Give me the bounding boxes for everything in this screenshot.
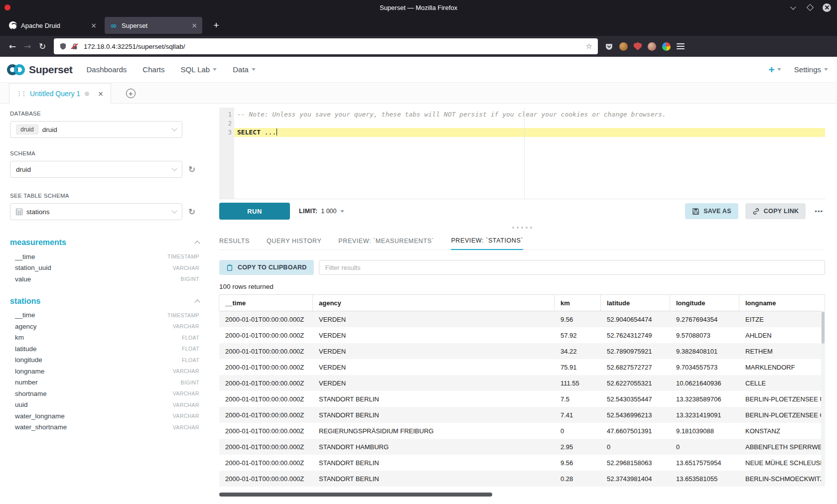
table-horizontal-scrollbar[interactable] (219, 493, 825, 497)
nav-charts[interactable]: Charts (142, 65, 164, 74)
column-type: FLOAT (182, 346, 199, 352)
table-cell: 52.5430355447 (601, 391, 670, 407)
run-button[interactable]: RUN (219, 203, 290, 220)
ublock-extension-icon[interactable] (634, 42, 642, 50)
tab-close-icon[interactable]: × (91, 21, 97, 29)
table-header-cell[interactable]: __time (219, 295, 313, 311)
extension-icon[interactable] (648, 42, 656, 51)
tab-query-history[interactable]: QUERY HISTORY (267, 238, 321, 250)
new-item-button[interactable]: + (769, 64, 781, 75)
new-tab-button[interactable]: + (209, 18, 223, 32)
refresh-schema-icon[interactable]: ↻ (188, 165, 195, 174)
table-schema-header[interactable]: stations (10, 297, 199, 306)
superset-logo[interactable]: Superset (6, 63, 72, 76)
table-cell: 52.7890975921 (601, 343, 670, 359)
table-name[interactable]: stations (10, 297, 40, 306)
nav-sql-lab[interactable]: SQL Lab (181, 65, 217, 74)
menu-icon[interactable] (677, 43, 685, 49)
table-select[interactable]: stations (10, 203, 182, 220)
table-name[interactable]: measurements (10, 238, 66, 247)
window-title: Superset — Mozilla Firefox (380, 4, 457, 11)
table-header-cell[interactable]: km (554, 295, 601, 311)
column-row: water_shortnameVARCHAR (10, 422, 199, 433)
reload-button[interactable]: ↻ (35, 39, 50, 54)
window-titlebar: Superset — Mozilla Firefox (0, 0, 837, 15)
table-header-cell[interactable]: agency (312, 295, 555, 311)
database-select[interactable]: druid druid (10, 121, 182, 138)
toolbar-extensions (605, 42, 685, 51)
tab-preview-measurements[interactable]: PREVIEW: `MEASUREMENTS` (338, 238, 434, 250)
query-tab-title: Untitled Query 1 (30, 90, 80, 98)
column-type: VARCHAR (173, 390, 199, 396)
table-header-cell[interactable]: latitude (600, 295, 670, 311)
table-cell: 7.5 (555, 391, 601, 407)
column-name: water_longname (15, 412, 65, 420)
scrollbar-thumb[interactable] (822, 312, 825, 344)
window-minimize-icon[interactable] (789, 3, 798, 12)
insecure-lock-icon[interactable] (71, 43, 78, 50)
table-cell: 111.55 (555, 375, 601, 391)
browser-tab-druid[interactable]: Apache Druid × (4, 17, 102, 34)
filter-results-input[interactable] (319, 260, 825, 275)
sql-comment-line: -- Note: Unless you save your query, the… (234, 110, 825, 119)
sql-editor[interactable]: 1 2 3 -- Note: Unless you save your quer… (219, 108, 825, 199)
sqllab-main: 1 2 3 -- Note: Unless you save your quer… (214, 104, 837, 504)
editor-toolbar: RUN LIMIT: 1 000 SAVE AS COPY LIN (219, 199, 825, 223)
tab-close-icon[interactable]: × (191, 21, 197, 29)
table-row: 2000-01-01T00:00:00.000ZVERDEN75.9152.68… (219, 359, 825, 375)
column-type: FLOAT (182, 335, 199, 341)
container-tabs-icon[interactable] (662, 42, 671, 51)
clipboard-icon (226, 264, 233, 271)
brand-name: Superset (29, 64, 72, 76)
query-tab[interactable]: ⋮⋮ Untitled Query 1 × (9, 83, 111, 104)
copy-to-clipboard-button[interactable]: COPY TO CLIPBOARD (219, 260, 314, 275)
tracking-protection-shield-icon[interactable] (59, 42, 67, 50)
refresh-table-icon[interactable]: ↻ (188, 208, 195, 216)
back-button[interactable]: ← (5, 39, 20, 54)
settings-menu[interactable]: Settings (794, 65, 828, 74)
url-text[interactable]: 172.18.0.4:32251/superset/sqllab/ (84, 43, 185, 50)
table-schema-header[interactable]: measurements (10, 238, 199, 247)
window-maximize-icon[interactable] (806, 3, 815, 12)
table-cell: 10.0621640936 (670, 375, 739, 391)
table-header-cell[interactable]: longname (739, 295, 825, 311)
more-options-button[interactable]: ••• (813, 208, 825, 215)
tab-results[interactable]: RESULTS (219, 238, 250, 250)
url-bar[interactable]: 172.18.0.4:32251/superset/sqllab/ ☆ (54, 38, 598, 54)
table-cell: 7.41 (555, 407, 601, 423)
column-name: number (15, 378, 38, 386)
table-header-cell[interactable]: longitude (670, 295, 739, 311)
collapse-chevron-icon[interactable] (194, 241, 200, 246)
window-close-icon[interactable] (823, 3, 831, 12)
table-cell: REGIERUNGSPRÄSIDIUM FREIBURG (313, 423, 555, 439)
chevron-down-icon (777, 68, 781, 71)
nav-dashboards[interactable]: Dashboards (86, 65, 127, 74)
table-cell: 52.7624312749 (601, 327, 670, 343)
schema-select[interactable]: druid (10, 161, 182, 178)
nav-data[interactable]: Data (233, 65, 256, 74)
close-query-tab-icon[interactable]: × (98, 90, 104, 98)
limit-dropdown[interactable]: LIMIT: 1 000 (299, 208, 344, 215)
drag-handle-icon[interactable]: ⋮⋮ (16, 90, 25, 97)
save-as-button[interactable]: SAVE AS (685, 203, 738, 219)
schema-label: SCHEMA (10, 150, 199, 156)
table-vertical-scrollbar[interactable] (821, 311, 825, 487)
bookmark-star-icon[interactable]: ☆ (586, 42, 592, 51)
tab-preview-stations[interactable]: PREVIEW: `STATIONS` (451, 237, 523, 250)
pocket-icon[interactable] (605, 42, 613, 51)
table-cell: 13.3238589706 (670, 391, 739, 407)
collapse-chevron-icon[interactable] (194, 299, 200, 305)
editor-code-area[interactable]: -- Note: Unless you save your query, the… (234, 108, 825, 199)
add-query-tab-button[interactable]: + (126, 89, 136, 98)
account-icon[interactable] (619, 42, 628, 51)
column-row: kmFLOAT (10, 332, 199, 344)
browser-tab-superset[interactable]: ∞ Superset × (105, 17, 202, 34)
scrollbar-thumb[interactable] (219, 493, 492, 497)
column-name: km (15, 334, 24, 341)
copy-link-button[interactable]: COPY LINK (745, 203, 806, 219)
table-schema-label: SEE TABLE SCHEMA (10, 193, 199, 199)
superset-header: Superset Dashboards Charts SQL Lab Data … (0, 57, 837, 83)
editor-results-splitter[interactable] (219, 223, 825, 232)
forward-button[interactable]: → (20, 39, 35, 54)
table-cell: VERDEN (313, 327, 555, 343)
